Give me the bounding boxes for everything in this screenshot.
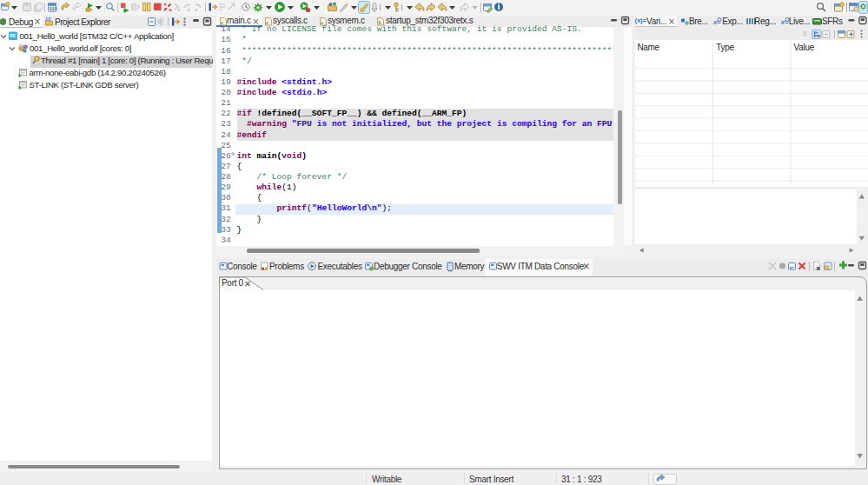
svg-text:IDE: IDE	[10, 34, 16, 38]
svg-text:010: 010	[50, 6, 57, 12]
